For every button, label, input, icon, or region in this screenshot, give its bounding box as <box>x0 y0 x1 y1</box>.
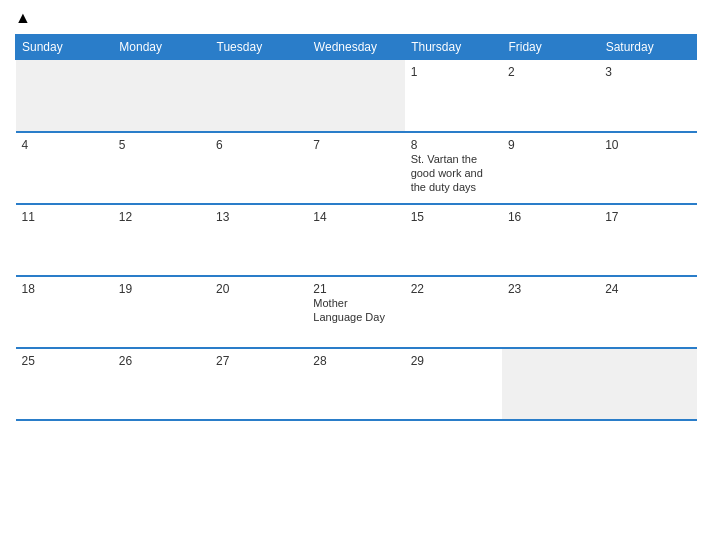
week-row-3: 11121314151617 <box>16 204 697 276</box>
calendar-cell: 21Mother Language Day <box>307 276 404 348</box>
day-header-sunday: Sunday <box>16 35 113 60</box>
calendar-container: ▲ SundayMondayTuesdayWednesdayThursdayFr… <box>0 0 712 550</box>
calendar-cell: 11 <box>16 204 113 276</box>
header: ▲ <box>15 10 697 26</box>
calendar-cell: 3 <box>599 60 696 132</box>
day-number: 2 <box>508 65 593 79</box>
day-number: 17 <box>605 210 690 224</box>
calendar-cell: 27 <box>210 348 307 420</box>
day-number: 21 <box>313 282 398 296</box>
calendar-cell: 8St. Vartan the good work and the duty d… <box>405 132 502 204</box>
calendar-cell <box>113 60 210 132</box>
day-number: 4 <box>22 138 107 152</box>
calendar-cell: 4 <box>16 132 113 204</box>
day-number: 26 <box>119 354 204 368</box>
day-number: 20 <box>216 282 301 296</box>
day-number: 9 <box>508 138 593 152</box>
calendar-cell: 12 <box>113 204 210 276</box>
day-number: 7 <box>313 138 398 152</box>
calendar-cell: 18 <box>16 276 113 348</box>
calendar-cell <box>210 60 307 132</box>
calendar-cell: 25 <box>16 348 113 420</box>
calendar-cell: 23 <box>502 276 599 348</box>
calendar-body: 12345678St. Vartan the good work and the… <box>16 60 697 420</box>
calendar-cell <box>16 60 113 132</box>
day-headers-row: SundayMondayTuesdayWednesdayThursdayFrid… <box>16 35 697 60</box>
calendar-cell: 26 <box>113 348 210 420</box>
day-number: 5 <box>119 138 204 152</box>
calendar-cell: 29 <box>405 348 502 420</box>
calendar-cell: 2 <box>502 60 599 132</box>
calendar-cell: 15 <box>405 204 502 276</box>
day-number: 3 <box>605 65 690 79</box>
calendar-cell: 5 <box>113 132 210 204</box>
logo: ▲ <box>15 10 31 26</box>
calendar-cell: 14 <box>307 204 404 276</box>
calendar-cell: 9 <box>502 132 599 204</box>
day-number: 8 <box>411 138 496 152</box>
calendar-cell: 10 <box>599 132 696 204</box>
day-number: 15 <box>411 210 496 224</box>
calendar-cell <box>307 60 404 132</box>
week-row-1: 123 <box>16 60 697 132</box>
day-number: 12 <box>119 210 204 224</box>
calendar-cell: 16 <box>502 204 599 276</box>
day-header-tuesday: Tuesday <box>210 35 307 60</box>
day-number: 24 <box>605 282 690 296</box>
calendar-cell: 17 <box>599 204 696 276</box>
calendar-cell: 19 <box>113 276 210 348</box>
day-header-thursday: Thursday <box>405 35 502 60</box>
day-header-wednesday: Wednesday <box>307 35 404 60</box>
calendar-table: SundayMondayTuesdayWednesdayThursdayFrid… <box>15 34 697 421</box>
event-text: St. Vartan the good work and the duty da… <box>411 153 483 194</box>
week-row-2: 45678St. Vartan the good work and the du… <box>16 132 697 204</box>
day-number: 13 <box>216 210 301 224</box>
day-number: 1 <box>411 65 496 79</box>
day-header-monday: Monday <box>113 35 210 60</box>
calendar-cell: 28 <box>307 348 404 420</box>
day-number: 11 <box>22 210 107 224</box>
day-number: 19 <box>119 282 204 296</box>
day-number: 23 <box>508 282 593 296</box>
day-number: 6 <box>216 138 301 152</box>
day-number: 29 <box>411 354 496 368</box>
week-row-4: 18192021Mother Language Day222324 <box>16 276 697 348</box>
calendar-cell: 20 <box>210 276 307 348</box>
week-row-5: 2526272829 <box>16 348 697 420</box>
calendar-header: SundayMondayTuesdayWednesdayThursdayFrid… <box>16 35 697 60</box>
day-header-friday: Friday <box>502 35 599 60</box>
day-number: 22 <box>411 282 496 296</box>
calendar-cell: 13 <box>210 204 307 276</box>
day-number: 18 <box>22 282 107 296</box>
calendar-cell: 6 <box>210 132 307 204</box>
day-number: 27 <box>216 354 301 368</box>
day-header-saturday: Saturday <box>599 35 696 60</box>
calendar-cell <box>599 348 696 420</box>
logo-text: ▲ <box>15 10 31 26</box>
calendar-cell: 7 <box>307 132 404 204</box>
day-number: 28 <box>313 354 398 368</box>
event-text: Mother Language Day <box>313 297 385 323</box>
day-number: 25 <box>22 354 107 368</box>
day-number: 14 <box>313 210 398 224</box>
calendar-cell: 22 <box>405 276 502 348</box>
calendar-cell: 1 <box>405 60 502 132</box>
day-number: 10 <box>605 138 690 152</box>
calendar-cell <box>502 348 599 420</box>
day-number: 16 <box>508 210 593 224</box>
calendar-cell: 24 <box>599 276 696 348</box>
